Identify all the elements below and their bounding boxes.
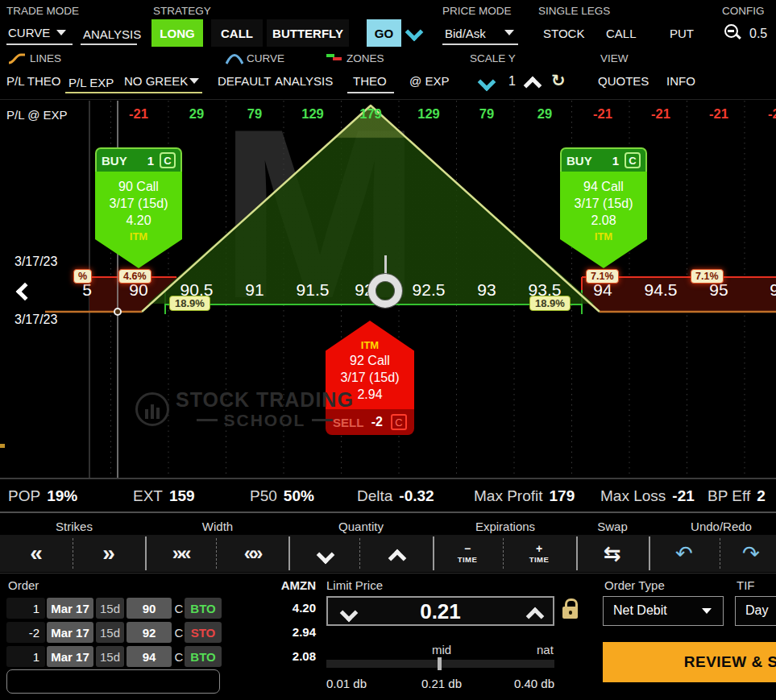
leg-quantity[interactable]: -2 <box>6 622 45 643</box>
leg-dte[interactable]: 15d <box>96 622 124 643</box>
leg-strike[interactable]: 92 <box>127 622 172 643</box>
badge-expiration: 3/17 (15d) <box>95 197 182 211</box>
leg-badge-buy-90-call[interactable]: BUY 1 C 90 Call 3/17 (15d) 4.20 ITM <box>95 147 182 268</box>
watermark-line1: STOCK TRADING <box>176 390 354 410</box>
quantity-up-button[interactable] <box>363 535 428 572</box>
leg-expiration[interactable]: Mar 17 <box>47 646 93 667</box>
crosshair-dot[interactable] <box>114 308 122 316</box>
buy-badge-header: BUY 1 C <box>560 147 647 172</box>
strikes-up-button[interactable]: » <box>77 535 141 572</box>
slider-max-value: 0.40 db <box>508 677 554 690</box>
expiration-minus-time-button[interactable]: − TIME <box>435 535 500 572</box>
pl-exp-value: 29 <box>537 106 552 122</box>
stat-label: Max Loss <box>600 487 666 504</box>
badge-expiration: 3/17 (15d) <box>326 371 414 385</box>
leg-price: 2.08 <box>274 649 316 663</box>
buy-badge-header: BUY 1 C <box>95 147 182 172</box>
pl-exp-value: -21 <box>593 106 612 122</box>
pot-badge-inner-right: 18.9% <box>529 296 571 311</box>
leg-option-type[interactable]: C <box>173 646 185 667</box>
redo-arrow-icon: ↷ <box>742 543 760 564</box>
swap-arrows-icon: ⇆ <box>604 543 621 564</box>
time-label: TIME <box>529 556 550 564</box>
pl-exp-value: 29 <box>189 106 204 122</box>
undo-button[interactable]: ↶ <box>652 535 716 572</box>
leg-dte[interactable]: 15d <box>96 646 124 667</box>
price-lock-icon[interactable] <box>562 599 580 620</box>
leg-side-sto[interactable]: STO <box>185 622 222 643</box>
symbol-label: AMZN <box>274 578 316 592</box>
stat-value: 50% <box>284 487 314 504</box>
divider-dashed <box>720 538 720 569</box>
stat-delta: Delta-0.32 <box>357 487 434 505</box>
pot-badge-outer-left: 7.1% <box>586 269 619 284</box>
leg-side-bto[interactable]: BTO <box>185 646 222 667</box>
price-increment-chevron-icon[interactable] <box>526 606 541 617</box>
price-slider-handle[interactable] <box>438 657 442 670</box>
leg-quantity[interactable]: 1 <box>6 598 45 619</box>
minus-icon: − <box>464 543 471 554</box>
order-leg-row[interactable]: -2Mar 1715d92CSTO2.94 <box>0 622 322 643</box>
leg-quantity[interactable]: 1 <box>6 646 45 667</box>
badge-itm-label: ITM <box>560 230 647 242</box>
leg-strike[interactable]: 90 <box>127 598 172 619</box>
review-send-button[interactable]: REVIEW & SEND <box>603 642 776 682</box>
order-type-dropdown[interactable]: Net Debit <box>603 596 724 626</box>
pl-exp-value: -21 <box>768 106 776 122</box>
badge-strike: 92 Call <box>326 354 414 368</box>
leg-option-type[interactable]: C <box>173 622 185 643</box>
leg-strike[interactable]: 94 <box>127 646 172 667</box>
stat-ext: EXT159 <box>133 487 195 505</box>
expiration-date-bottom: 3/17/23 <box>15 313 57 327</box>
control-group-label: Expirations <box>475 520 535 533</box>
badge-itm-label: ITM <box>95 230 182 242</box>
control-group-label: Width <box>202 520 233 533</box>
width-widen-button[interactable]: «» <box>220 535 284 572</box>
stat-max-loss: Max Loss-21 <box>600 487 695 505</box>
badge-price: 2.08 <box>560 213 647 228</box>
slider-min-value: 0.01 db <box>326 677 367 690</box>
stat-label: BP Eff <box>708 487 750 504</box>
leg-option-type[interactable]: C <box>173 598 185 619</box>
pl-exp-value: -21 <box>129 106 148 122</box>
stat-value: 19% <box>47 487 77 504</box>
current-price-ring[interactable] <box>368 274 402 308</box>
pl-exp-value: 79 <box>479 106 494 122</box>
controls-bottom-divider <box>0 573 776 574</box>
leg-expiration[interactable]: Mar 17 <box>47 622 93 643</box>
limit-price-value[interactable]: 0.21 <box>328 599 553 624</box>
width-narrow-button[interactable]: »« <box>148 535 213 572</box>
leg-badge-buy-94-call[interactable]: BUY 1 C 94 Call 3/17 (15d) 2.08 ITM <box>560 147 647 268</box>
expiration-plus-time-button[interactable]: + TIME <box>507 535 571 572</box>
order-leg-row[interactable]: 1Mar 1715d90CBTO4.20 <box>0 598 322 619</box>
badge-qty: 1 <box>147 154 154 168</box>
divider <box>288 536 290 570</box>
slider-nat-label: nat <box>537 643 554 657</box>
quantity-down-button[interactable] <box>292 535 356 572</box>
limit-price-input[interactable]: 0.21 <box>326 596 554 626</box>
strikes-down-button[interactable]: « <box>4 535 68 572</box>
leg-side-bto[interactable]: BTO <box>185 598 222 619</box>
review-send-label: REVIEW & SEND <box>684 653 776 671</box>
pot-badge-inner-left: 18.9% <box>169 296 210 311</box>
badge-qty: 1 <box>612 154 619 168</box>
badge-expiration: 3/17 (15d) <box>560 197 647 211</box>
order-leg-row[interactable]: 1Mar 1715d94CBTO2.08 <box>0 646 322 667</box>
stat-value: -0.32 <box>399 487 434 504</box>
buy-badge-body: 90 Call 3/17 (15d) 4.20 ITM <box>95 172 182 268</box>
swap-button[interactable]: ⇆ <box>580 535 645 572</box>
badge-action: BUY <box>566 154 592 168</box>
redo-button[interactable]: ↷ <box>727 535 775 572</box>
prev-date-chevron-icon[interactable] <box>15 284 29 295</box>
leg-dte[interactable]: 15d <box>96 598 124 619</box>
globe-icon <box>135 392 169 426</box>
stat-max-profit: Max Profit179 <box>474 487 575 505</box>
control-group-label: Undo/Redo <box>691 520 752 533</box>
divider <box>433 536 434 570</box>
leg-expiration[interactable]: Mar 17 <box>47 598 93 619</box>
stat-label: P50 <box>250 487 277 504</box>
order-notes-input[interactable] <box>6 669 220 694</box>
divider <box>576 536 578 570</box>
tif-dropdown[interactable]: Day <box>735 596 776 626</box>
pl-exp-value: -21 <box>651 106 670 122</box>
